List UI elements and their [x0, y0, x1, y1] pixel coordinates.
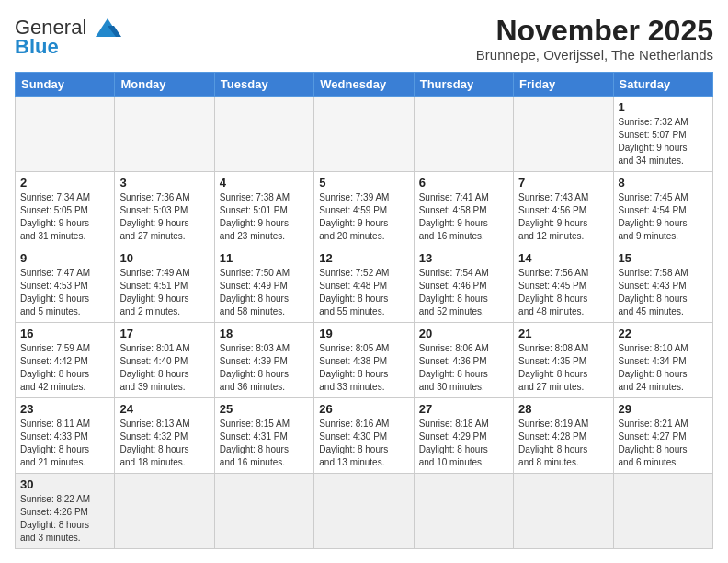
calendar-table: Sunday Monday Tuesday Wednesday Thursday… — [15, 72, 713, 549]
calendar-cell — [514, 97, 613, 172]
calendar-cell: 14Sunrise: 7:56 AM Sunset: 4:45 PM Dayli… — [514, 247, 613, 323]
calendar-cell: 7Sunrise: 7:43 AM Sunset: 4:56 PM Daylig… — [514, 172, 613, 247]
header-tuesday: Tuesday — [214, 73, 313, 97]
day-info: Sunrise: 7:58 AM Sunset: 4:43 PM Dayligh… — [619, 267, 708, 318]
month-title: November 2025 — [476, 15, 713, 47]
day-info: Sunrise: 8:15 AM Sunset: 4:31 PM Dayligh… — [220, 418, 309, 469]
day-number: 19 — [319, 327, 408, 340]
day-number: 30 — [20, 477, 109, 491]
calendar-cell: 30Sunrise: 8:22 AM Sunset: 4:26 PM Dayli… — [16, 474, 115, 549]
calendar-cell: 28Sunrise: 8:19 AM Sunset: 4:28 PM Dayli… — [514, 398, 613, 474]
calendar-cell: 21Sunrise: 8:08 AM Sunset: 4:35 PM Dayli… — [514, 323, 613, 398]
day-info: Sunrise: 8:19 AM Sunset: 4:28 PM Dayligh… — [518, 418, 608, 469]
day-number: 28 — [518, 402, 608, 416]
calendar-cell: 11Sunrise: 7:50 AM Sunset: 4:49 PM Dayli… — [214, 247, 313, 323]
calendar-cell: 6Sunrise: 7:41 AM Sunset: 4:58 PM Daylig… — [414, 172, 513, 247]
header-wednesday: Wednesday — [314, 73, 414, 97]
calendar-header-row: Sunday Monday Tuesday Wednesday Thursday… — [16, 73, 713, 97]
calendar-cell: 15Sunrise: 7:58 AM Sunset: 4:43 PM Dayli… — [613, 247, 712, 323]
day-number: 23 — [20, 402, 109, 416]
calendar-row-1: 2Sunrise: 7:34 AM Sunset: 5:05 PM Daylig… — [16, 172, 713, 247]
calendar-cell — [314, 474, 414, 549]
day-number: 20 — [419, 327, 508, 340]
day-number: 8 — [619, 176, 708, 190]
header-friday: Friday — [514, 73, 613, 97]
calendar-cell — [16, 97, 115, 172]
calendar-cell: 8Sunrise: 7:45 AM Sunset: 4:54 PM Daylig… — [613, 172, 712, 247]
calendar-cell: 25Sunrise: 8:15 AM Sunset: 4:31 PM Dayli… — [214, 398, 313, 474]
day-number: 22 — [619, 327, 708, 340]
day-number: 10 — [119, 251, 209, 265]
page-header: General Blue November 2025 Brunnepe, Ove… — [15, 15, 713, 63]
day-number: 18 — [220, 327, 309, 340]
day-number: 5 — [319, 176, 408, 190]
calendar-cell: 19Sunrise: 8:05 AM Sunset: 4:38 PM Dayli… — [314, 323, 414, 398]
day-info: Sunrise: 7:38 AM Sunset: 5:01 PM Dayligh… — [220, 191, 309, 243]
header-sunday: Sunday — [16, 73, 115, 97]
calendar-cell — [115, 474, 214, 549]
calendar-row-4: 23Sunrise: 8:11 AM Sunset: 4:33 PM Dayli… — [16, 398, 713, 474]
day-number: 21 — [518, 327, 608, 340]
calendar-cell — [414, 474, 513, 549]
day-number: 26 — [319, 402, 408, 416]
day-number: 9 — [20, 251, 109, 265]
calendar-cell: 22Sunrise: 8:10 AM Sunset: 4:34 PM Dayli… — [613, 323, 712, 398]
calendar-row-2: 9Sunrise: 7:47 AM Sunset: 4:53 PM Daylig… — [16, 247, 713, 323]
day-number: 16 — [20, 327, 109, 340]
day-info: Sunrise: 7:41 AM Sunset: 4:58 PM Dayligh… — [419, 191, 508, 243]
calendar-cell: 29Sunrise: 8:21 AM Sunset: 4:27 PM Dayli… — [613, 398, 712, 474]
calendar-cell — [514, 474, 613, 549]
day-info: Sunrise: 8:08 AM Sunset: 4:35 PM Dayligh… — [518, 342, 608, 394]
day-info: Sunrise: 7:39 AM Sunset: 4:59 PM Dayligh… — [319, 191, 408, 243]
day-number: 17 — [119, 327, 209, 340]
calendar-cell: 26Sunrise: 8:16 AM Sunset: 4:30 PM Dayli… — [314, 398, 414, 474]
day-number: 1 — [619, 100, 708, 114]
day-number: 15 — [619, 251, 708, 265]
day-number: 12 — [319, 251, 408, 265]
day-number: 14 — [518, 251, 608, 265]
day-info: Sunrise: 8:21 AM Sunset: 4:27 PM Dayligh… — [619, 418, 708, 469]
day-info: Sunrise: 8:01 AM Sunset: 4:40 PM Dayligh… — [119, 342, 209, 394]
day-info: Sunrise: 8:03 AM Sunset: 4:39 PM Dayligh… — [220, 342, 309, 394]
calendar-cell: 2Sunrise: 7:34 AM Sunset: 5:05 PM Daylig… — [16, 172, 115, 247]
calendar-cell — [414, 97, 513, 172]
calendar-row-3: 16Sunrise: 7:59 AM Sunset: 4:42 PM Dayli… — [16, 323, 713, 398]
calendar-cell: 20Sunrise: 8:06 AM Sunset: 4:36 PM Dayli… — [414, 323, 513, 398]
day-number: 7 — [518, 176, 608, 190]
calendar-row-5: 30Sunrise: 8:22 AM Sunset: 4:26 PM Dayli… — [16, 474, 713, 549]
day-number: 6 — [419, 176, 508, 190]
day-number: 24 — [119, 402, 209, 416]
calendar-cell — [115, 97, 214, 172]
day-number: 25 — [220, 402, 309, 416]
day-info: Sunrise: 7:56 AM Sunset: 4:45 PM Dayligh… — [518, 267, 608, 318]
day-number: 4 — [220, 176, 309, 190]
logo-icon — [90, 15, 125, 40]
day-info: Sunrise: 7:36 AM Sunset: 5:03 PM Dayligh… — [119, 191, 209, 243]
day-number: 3 — [119, 176, 209, 190]
header-thursday: Thursday — [414, 73, 513, 97]
day-number: 2 — [20, 176, 109, 190]
logo-blue-text: Blue — [15, 37, 59, 57]
day-info: Sunrise: 7:54 AM Sunset: 4:46 PM Dayligh… — [419, 267, 508, 318]
calendar-cell: 24Sunrise: 8:13 AM Sunset: 4:32 PM Dayli… — [115, 398, 214, 474]
day-number: 27 — [419, 402, 508, 416]
calendar-cell: 16Sunrise: 7:59 AM Sunset: 4:42 PM Dayli… — [16, 323, 115, 398]
day-info: Sunrise: 7:43 AM Sunset: 4:56 PM Dayligh… — [518, 191, 608, 243]
day-info: Sunrise: 7:34 AM Sunset: 5:05 PM Dayligh… — [20, 191, 109, 243]
day-info: Sunrise: 8:11 AM Sunset: 4:33 PM Dayligh… — [20, 418, 109, 469]
calendar-cell — [214, 474, 313, 549]
calendar-cell: 18Sunrise: 8:03 AM Sunset: 4:39 PM Dayli… — [214, 323, 313, 398]
calendar-cell: 23Sunrise: 8:11 AM Sunset: 4:33 PM Dayli… — [16, 398, 115, 474]
calendar-cell: 27Sunrise: 8:18 AM Sunset: 4:29 PM Dayli… — [414, 398, 513, 474]
day-number: 13 — [419, 251, 508, 265]
calendar-cell: 5Sunrise: 7:39 AM Sunset: 4:59 PM Daylig… — [314, 172, 414, 247]
calendar-cell: 1Sunrise: 7:32 AM Sunset: 5:07 PM Daylig… — [613, 97, 712, 172]
day-info: Sunrise: 8:13 AM Sunset: 4:32 PM Dayligh… — [119, 418, 209, 469]
day-info: Sunrise: 8:18 AM Sunset: 4:29 PM Dayligh… — [419, 418, 508, 469]
day-number: 29 — [619, 402, 708, 416]
day-info: Sunrise: 7:45 AM Sunset: 4:54 PM Dayligh… — [619, 191, 708, 243]
day-info: Sunrise: 7:49 AM Sunset: 4:51 PM Dayligh… — [119, 267, 209, 318]
day-info: Sunrise: 7:52 AM Sunset: 4:48 PM Dayligh… — [319, 267, 408, 318]
calendar-cell — [613, 474, 712, 549]
calendar-cell: 3Sunrise: 7:36 AM Sunset: 5:03 PM Daylig… — [115, 172, 214, 247]
